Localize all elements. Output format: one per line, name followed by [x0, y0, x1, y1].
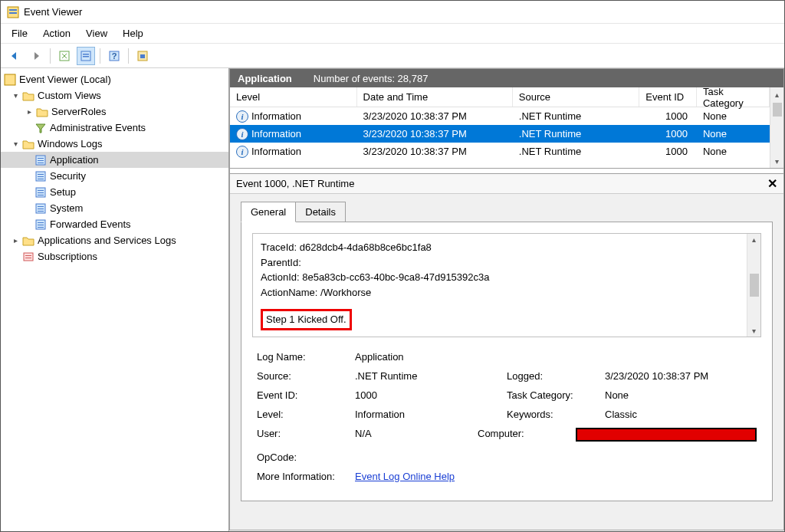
table-row[interactable]: iInformation 3/23/2020 10:38:37 PM .NET … — [230, 107, 770, 125]
tree-apps-services[interactable]: ▸ Applications and Services Logs — [1, 232, 228, 248]
menu-file[interactable]: File — [4, 25, 35, 42]
properties-button[interactable] — [77, 47, 95, 65]
svg-rect-6 — [83, 56, 89, 57]
svg-rect-19 — [38, 179, 44, 179]
prop-value: 1000 — [355, 389, 507, 401]
show-tree-button[interactable] — [55, 47, 74, 65]
cell-date: 3/23/2020 10:38:37 PM — [357, 110, 513, 122]
col-task-category[interactable]: Task Category — [697, 87, 770, 107]
tree-server-roles[interactable]: ▸ ServerRoles — [1, 103, 228, 120]
cell-level: Information — [251, 128, 301, 140]
scroll-up-icon[interactable]: ▴ — [752, 234, 756, 245]
cell-source: .NET Runtime — [513, 128, 640, 140]
events-table[interactable]: Level Date and Time Source Event ID Task… — [230, 87, 770, 168]
cell-id: 1000 — [639, 110, 697, 122]
svg-rect-34 — [25, 258, 31, 258]
back-button[interactable] — [5, 47, 24, 65]
tree-security[interactable]: Security — [1, 168, 228, 184]
event-log-help-link[interactable]: Event Log Online Help — [355, 471, 455, 482]
detail-pane: Event 1000, .NET Runtime ✕ General Detai… — [230, 173, 783, 530]
titlebar: Event Viewer — [1, 1, 784, 24]
msg-line: ActionName: /Workhorse — [261, 285, 742, 300]
scroll-thumb[interactable] — [773, 103, 782, 117]
tree-root[interactable]: Event Viewer (Local) — [1, 71, 228, 87]
toolbar: ? — [1, 44, 784, 68]
tree-label: Subscriptions — [38, 251, 97, 262]
svg-rect-31 — [38, 227, 44, 228]
col-source[interactable]: Source — [513, 87, 640, 107]
svg-rect-10 — [140, 54, 145, 58]
tab-details[interactable]: Details — [295, 202, 346, 222]
tree-forwarded[interactable]: Forwarded Events — [1, 216, 228, 232]
forward-button[interactable] — [27, 47, 45, 65]
tree-label: Applications and Services Logs — [38, 235, 176, 246]
col-event-id[interactable]: Event ID — [639, 87, 697, 107]
menu-help[interactable]: Help — [115, 25, 151, 42]
scroll-down-icon[interactable]: ▾ — [770, 154, 783, 168]
toolbar-separator — [128, 48, 129, 64]
prop-value: N/A — [355, 428, 478, 444]
tree-system[interactable]: System — [1, 200, 228, 216]
menu-view[interactable]: View — [78, 25, 115, 42]
grid-header-row: Level Date and Time Source Event ID Task… — [230, 87, 770, 107]
svg-rect-33 — [25, 255, 31, 256]
message-box[interactable]: TraceId: d628dcb4-4da68b8ce6bc1fa8 Paren… — [252, 233, 761, 337]
refresh-button[interactable] — [133, 47, 152, 65]
prop-label: More Information: — [257, 471, 355, 482]
tree-windows-logs[interactable]: ▾ Windows Logs — [1, 136, 228, 152]
detail-header: Event 1000, .NET Runtime ✕ — [230, 174, 783, 194]
message-scrollbar[interactable]: ▴ ▾ — [747, 234, 760, 337]
info-icon: i — [236, 146, 248, 158]
titlebar-text: Event Viewer — [24, 6, 82, 18]
events-grid: Level Date and Time Source Event ID Task… — [230, 87, 783, 169]
scroll-thumb[interactable] — [750, 274, 759, 297]
help-button[interactable]: ? — [105, 47, 123, 65]
prop-label: Keywords: — [507, 409, 605, 420]
info-icon: i — [236, 110, 248, 123]
tree-admin-events[interactable]: Administrative Events — [1, 120, 228, 136]
svg-rect-26 — [38, 209, 44, 209]
svg-text:?: ? — [112, 51, 117, 61]
tab-content: TraceId: d628dcb4-4da68b8ce6bc1fa8 Paren… — [241, 222, 773, 501]
tree-application[interactable]: Application — [1, 152, 228, 168]
tree-setup[interactable]: Setup — [1, 184, 228, 200]
prop-value: 3/23/2020 10:38:37 PM — [605, 370, 757, 382]
filter-icon — [34, 122, 47, 134]
table-row[interactable]: iInformation 3/23/2020 10:38:37 PM .NET … — [230, 143, 770, 160]
chevron-right-icon[interactable]: ▸ — [24, 107, 34, 117]
tree-custom-views[interactable]: ▾ Custom Views — [1, 87, 228, 103]
svg-rect-13 — [38, 158, 44, 159]
msg-line: Step 1 Kicked Off. — [266, 314, 347, 325]
log-icon — [34, 186, 47, 199]
prop-label: Log Name: — [257, 351, 355, 363]
menu-action[interactable]: Action — [35, 25, 78, 42]
cell-cat: None — [697, 110, 770, 122]
tree-label: Application — [50, 154, 99, 166]
tab-general[interactable]: General — [241, 202, 296, 222]
grid-scrollbar[interactable]: ▴ ▾ — [770, 87, 783, 168]
chevron-down-icon[interactable]: ▾ — [10, 90, 21, 101]
close-icon[interactable]: ✕ — [767, 176, 777, 191]
log-icon — [34, 218, 47, 231]
tree-subscriptions[interactable]: Subscriptions — [1, 248, 228, 264]
svg-rect-21 — [38, 190, 44, 191]
scroll-down-icon[interactable]: ▾ — [752, 325, 756, 337]
chevron-down-icon[interactable]: ▾ — [10, 139, 21, 149]
svg-rect-29 — [38, 222, 44, 223]
svg-rect-15 — [38, 163, 44, 163]
tree-pane[interactable]: Event Viewer (Local) ▾ Custom Views ▸ Se… — [1, 68, 229, 531]
scroll-up-icon[interactable]: ▴ — [770, 87, 783, 101]
event-viewer-window: Event Viewer File Action View Help ? Eve… — [0, 0, 785, 532]
subscriptions-icon — [22, 251, 34, 263]
chevron-right-icon[interactable]: ▸ — [10, 235, 21, 246]
cell-date: 3/23/2020 10:38:37 PM — [357, 128, 513, 140]
svg-rect-23 — [38, 195, 44, 195]
app-icon — [7, 6, 19, 18]
table-row[interactable]: iInformation 3/23/2020 10:38:37 PM .NET … — [230, 125, 770, 143]
prop-label: Logged: — [507, 370, 605, 382]
col-level[interactable]: Level — [230, 87, 357, 107]
col-date[interactable]: Date and Time — [357, 87, 513, 107]
prop-label: Computer: — [478, 428, 576, 444]
tree-label: Windows Logs — [38, 138, 103, 149]
redacted-box — [576, 428, 757, 442]
